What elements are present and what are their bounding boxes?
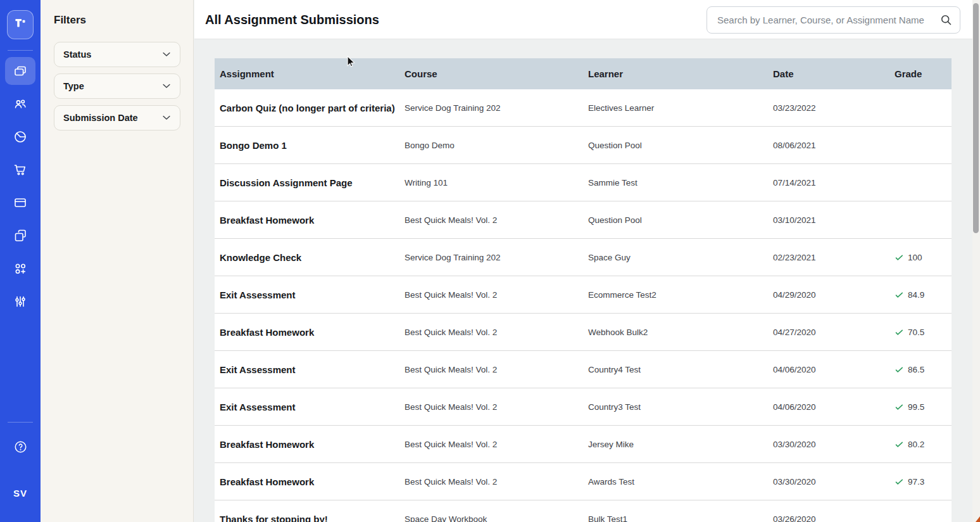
check-icon	[895, 290, 904, 300]
scrollbar-thumb[interactable]	[973, 3, 979, 233]
column-header-assignment[interactable]: Assignment	[220, 68, 405, 79]
sidebar-item-apps[interactable]	[5, 255, 35, 283]
pie-chart-icon	[13, 129, 28, 144]
grade-value: 100	[908, 253, 922, 262]
grade-cell: 100	[895, 253, 952, 262]
learner-name-cell: Sammie Test	[588, 178, 773, 188]
grade-value: 80.2	[908, 440, 924, 449]
table-row[interactable]: Exit AssessmentBest Quick Meals! Vol. 2C…	[215, 351, 952, 388]
grade-cell: 84.9	[895, 290, 952, 300]
table-header-row: Assignment Course Learner Date Grade	[215, 58, 952, 89]
sidebar-item-commerce[interactable]	[5, 156, 35, 184]
chevron-down-icon	[161, 80, 172, 92]
date-cell: 04/29/2020	[773, 290, 895, 300]
filter-submission-date-label: Submission Date	[63, 113, 138, 123]
course-name-cell: Space Day Workbook	[405, 514, 588, 522]
table-row[interactable]: Thanks for stopping by!Space Day Workboo…	[215, 500, 952, 522]
column-header-course[interactable]: Course	[405, 68, 588, 79]
table-row[interactable]: Discussion Assignment PageWriting 101Sam…	[215, 164, 952, 201]
grade-cell: 86.5	[895, 365, 952, 374]
assignment-name-cell: Thanks for stopping by!	[220, 514, 405, 522]
learner-name-cell: Country4 Test	[588, 365, 773, 374]
shopping-cart-icon	[13, 162, 28, 177]
table-row[interactable]: Exit AssessmentBest Quick Meals! Vol. 2E…	[215, 276, 952, 314]
sidebar-item-users[interactable]	[5, 90, 35, 118]
table-row[interactable]: Breakfast HomeworkBest Quick Meals! Vol.…	[215, 463, 952, 500]
date-cell: 03/26/2020	[773, 514, 895, 522]
filter-type-dropdown[interactable]: Type	[54, 73, 180, 99]
grade-cell: 80.2	[895, 440, 952, 449]
search-icon[interactable]	[939, 13, 953, 27]
learner-name-cell: Question Pool	[588, 141, 773, 150]
table-row[interactable]: Carbon Quiz (no longer part of criteria)…	[215, 89, 952, 127]
course-name-cell: Bongo Demo	[405, 141, 588, 150]
thought-industries-logo[interactable]	[7, 10, 34, 39]
search-box	[707, 6, 960, 34]
sidebar-item-help[interactable]	[5, 433, 35, 460]
course-name-cell: Best Quick Meals! Vol. 2	[405, 365, 588, 374]
grade-cell: 97.3	[895, 477, 952, 487]
course-name-cell: Best Quick Meals! Vol. 2	[405, 402, 588, 412]
assignment-name-cell: Bongo Demo 1	[220, 140, 405, 151]
table-row[interactable]: Exit AssessmentBest Quick Meals! Vol. 2C…	[215, 388, 952, 426]
assignment-name-cell: Breakfast Homework	[220, 476, 405, 487]
submissions-table: Assignment Course Learner Date Grade Car…	[215, 58, 952, 522]
filter-submission-date-dropdown[interactable]: Submission Date	[54, 105, 180, 130]
filter-type-label: Type	[63, 81, 84, 91]
table-row[interactable]: Knowledge CheckService Dog Training 202S…	[215, 239, 952, 276]
filter-status-dropdown[interactable]: Status	[54, 42, 180, 67]
sidebar-item-reports[interactable]	[5, 123, 35, 151]
date-cell: 04/27/2020	[773, 328, 895, 337]
cards-stack-icon	[13, 63, 28, 79]
date-cell: 04/06/2020	[773, 402, 895, 412]
assignment-name-cell: Exit Assessment	[220, 364, 405, 375]
table-body: Carbon Quiz (no longer part of criteria)…	[215, 89, 952, 522]
date-cell: 08/06/2021	[773, 141, 895, 150]
people-group-icon	[13, 96, 28, 111]
assignment-name-cell: Discussion Assignment Page	[220, 177, 405, 188]
column-header-grade[interactable]: Grade	[895, 68, 952, 79]
grade-value: 99.5	[908, 402, 924, 412]
course-name-cell: Service Dog Training 202	[405, 253, 588, 262]
learner-name-cell: Awards Test	[588, 477, 773, 487]
grade-value: 70.5	[908, 328, 924, 337]
learner-name-cell: Space Guy	[588, 253, 773, 262]
course-name-cell: Writing 101	[405, 178, 588, 188]
sidebar-item-settings[interactable]	[5, 288, 35, 315]
date-cell: 07/14/2021	[773, 178, 895, 188]
course-name-cell: Service Dog Training 202	[405, 103, 588, 113]
search-input[interactable]	[707, 6, 960, 34]
table-row[interactable]: Breakfast HomeworkBest Quick Meals! Vol.…	[215, 426, 952, 463]
table-row[interactable]: Breakfast HomeworkBest Quick Meals! Vol.…	[215, 201, 952, 239]
pages-icon	[13, 228, 28, 243]
sidebar: SV	[0, 0, 41, 522]
sidebar-item-content[interactable]	[5, 222, 35, 250]
chevron-down-icon	[161, 49, 172, 60]
sidebar-item-billing[interactable]	[5, 189, 35, 217]
check-icon	[895, 365, 904, 374]
grade-value: 97.3	[908, 477, 924, 487]
course-name-cell: Best Quick Meals! Vol. 2	[405, 477, 588, 487]
grade-cell: 99.5	[895, 402, 952, 412]
table-row[interactable]: Bongo Demo 1Bongo DemoQuestion Pool08/06…	[215, 127, 952, 164]
column-header-learner[interactable]: Learner	[588, 68, 773, 79]
column-header-date[interactable]: Date	[773, 68, 895, 79]
date-cell: 03/30/2020	[773, 440, 895, 449]
learner-name-cell: Country3 Test	[588, 402, 773, 412]
grade-value: 86.5	[908, 365, 924, 374]
help-circle-icon	[13, 440, 28, 454]
assignment-name-cell: Exit Assessment	[220, 290, 405, 300]
course-name-cell: Best Quick Meals! Vol. 2	[405, 215, 588, 225]
credit-card-icon	[13, 195, 28, 210]
date-cell: 02/23/2021	[773, 253, 895, 262]
logo-glyph	[11, 15, 29, 35]
sidebar-divider	[8, 50, 33, 51]
user-avatar[interactable]: SV	[0, 488, 41, 499]
learner-name-cell: Question Pool	[588, 215, 773, 225]
learner-name-cell: Ecommerce Test2	[588, 290, 773, 300]
sidebar-item-submissions[interactable]	[5, 57, 35, 85]
table-row[interactable]: Breakfast HomeworkBest Quick Meals! Vol.…	[215, 314, 952, 351]
course-name-cell: Best Quick Meals! Vol. 2	[405, 290, 588, 300]
vertical-scrollbar[interactable]	[972, 0, 980, 522]
sidebar-divider	[8, 422, 33, 423]
